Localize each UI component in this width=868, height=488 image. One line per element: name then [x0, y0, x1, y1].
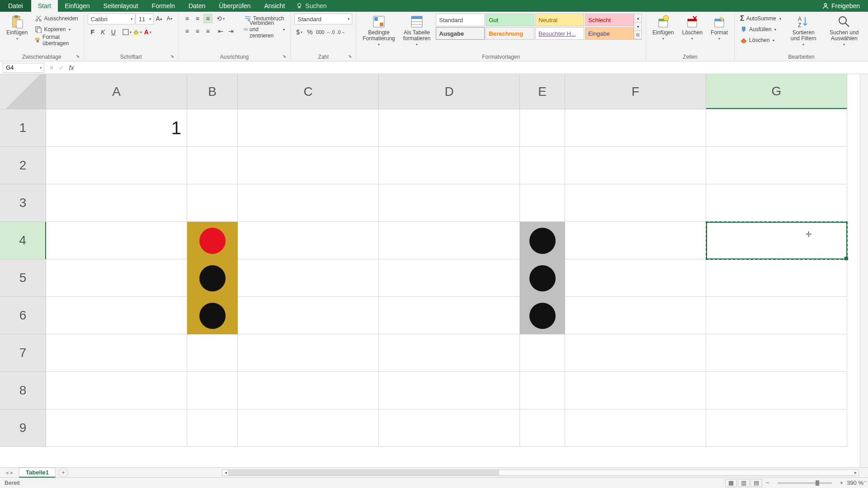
worksheet-grid[interactable]: ABCDEFG 123456789 1✛: [0, 74, 868, 467]
cell-C2[interactable]: [238, 147, 379, 184]
cell-B8[interactable]: [187, 372, 238, 409]
view-page-layout-button[interactable]: ▥: [738, 479, 750, 487]
align-right-button[interactable]: ≡: [203, 26, 213, 36]
align-top-button[interactable]: ≡: [182, 14, 192, 23]
align-center-button[interactable]: ≡: [193, 26, 203, 36]
cell-D5[interactable]: [379, 259, 520, 297]
increase-decimal-button[interactable]: ←.0: [326, 27, 335, 37]
cell-G9[interactable]: [706, 409, 847, 447]
autosum-button[interactable]: ΣAutoSumme▾: [738, 14, 783, 23]
cell-C3[interactable]: [238, 184, 379, 222]
cell-E8[interactable]: [520, 372, 565, 409]
row-header-1[interactable]: 1: [0, 109, 46, 147]
cell-C4[interactable]: [238, 222, 379, 259]
decrease-font-icon[interactable]: A▾: [165, 14, 175, 23]
cell-B3[interactable]: [187, 184, 238, 222]
style-eingabe[interactable]: Eingabe: [585, 27, 634, 40]
cell-A7[interactable]: [46, 334, 187, 372]
cell-G8[interactable]: [706, 372, 847, 409]
decrease-decimal-button[interactable]: .0→: [336, 27, 346, 37]
conditional-formatting-button[interactable]: Bedingte Formatierung▾: [360, 14, 397, 47]
fill-color-button[interactable]: [132, 27, 142, 37]
tab-review[interactable]: Überprüfen: [212, 0, 257, 12]
font-launcher-icon[interactable]: ⬊: [169, 54, 175, 60]
tab-view[interactable]: Ansicht: [257, 0, 292, 12]
comma-button[interactable]: 000: [315, 27, 325, 37]
cell-D3[interactable]: [379, 184, 520, 222]
enter-formula-icon[interactable]: ✓: [57, 64, 66, 71]
row-header-7[interactable]: 7: [0, 334, 46, 372]
cell-G3[interactable]: [706, 184, 847, 222]
horizontal-scrollbar[interactable]: ◂ ▸: [222, 469, 859, 476]
cell-F5[interactable]: [565, 259, 706, 297]
format-cells-button[interactable]: Format▾: [708, 14, 731, 42]
fill-button[interactable]: Ausfüllen▾: [738, 24, 783, 34]
cell-D7[interactable]: [379, 334, 520, 372]
cell-A6[interactable]: [46, 297, 187, 334]
tab-layout[interactable]: Seitenlayout: [97, 0, 145, 12]
cell-F4[interactable]: [565, 222, 706, 259]
cell-G2[interactable]: [706, 147, 847, 184]
name-box[interactable]: G4▾: [3, 63, 44, 73]
zoom-out-button[interactable]: −: [766, 479, 769, 486]
cell-G5[interactable]: [706, 259, 847, 297]
bold-button[interactable]: F: [88, 27, 98, 37]
cell-C8[interactable]: [238, 372, 379, 409]
cell-C1[interactable]: [238, 109, 379, 147]
col-header-C[interactable]: C: [238, 74, 379, 109]
percent-button[interactable]: %: [305, 27, 315, 37]
row-header-4[interactable]: 4: [0, 222, 46, 259]
align-middle-button[interactable]: ≡: [193, 14, 203, 23]
cell-D1[interactable]: [379, 109, 520, 147]
underline-button[interactable]: U: [108, 27, 118, 37]
col-header-F[interactable]: F: [565, 74, 706, 109]
fx-icon[interactable]: fx: [67, 64, 76, 71]
merge-center-button[interactable]: Verbinden und zentrieren▾: [242, 24, 287, 34]
cell-A3[interactable]: [46, 184, 187, 222]
style-standard[interactable]: Standard: [436, 14, 485, 26]
tell-me-search[interactable]: Suchen: [292, 0, 331, 12]
cell-F7[interactable]: [565, 334, 706, 372]
cell-A8[interactable]: [46, 372, 187, 409]
font-size-combo[interactable]: 11▾: [136, 14, 154, 24]
cell-A5[interactable]: [46, 259, 187, 297]
cell-A9[interactable]: [46, 409, 187, 447]
cell-F6[interactable]: [565, 297, 706, 334]
collapse-ribbon-icon[interactable]: ˆ: [864, 481, 866, 487]
select-all-corner[interactable]: [0, 74, 46, 109]
zoom-slider[interactable]: [778, 482, 832, 484]
cell-G1[interactable]: [706, 109, 847, 147]
cell-F8[interactable]: [565, 372, 706, 409]
cell-F9[interactable]: [565, 409, 706, 447]
format-painter-button[interactable]: Format übertragen: [33, 35, 80, 45]
cell-D2[interactable]: [379, 147, 520, 184]
cell-B1[interactable]: [187, 109, 238, 147]
cell-F1[interactable]: [565, 109, 706, 147]
cell-E7[interactable]: [520, 334, 565, 372]
insert-cells-button[interactable]: Einfügen▾: [650, 14, 676, 42]
row-header-8[interactable]: 8: [0, 372, 46, 409]
vertical-scrollbar[interactable]: [860, 74, 868, 467]
cell-D6[interactable]: [379, 297, 520, 334]
style-ausgabe[interactable]: Ausgabe: [436, 27, 485, 40]
cell-C7[interactable]: [238, 334, 379, 372]
orientation-button[interactable]: ⟲: [216, 14, 226, 23]
cell-E9[interactable]: [520, 409, 565, 447]
col-header-A[interactable]: A: [46, 74, 187, 109]
cell-B9[interactable]: [187, 409, 238, 447]
row-header-6[interactable]: 6: [0, 297, 46, 334]
tab-data[interactable]: Daten: [182, 0, 212, 12]
italic-button[interactable]: K: [98, 27, 108, 37]
col-header-B[interactable]: B: [187, 74, 238, 109]
number-launcher-icon[interactable]: ⬊: [347, 54, 353, 60]
cell-D9[interactable]: [379, 409, 520, 447]
cell-B2[interactable]: [187, 147, 238, 184]
increase-indent-button[interactable]: ⇥: [226, 26, 236, 36]
align-left-button[interactable]: ≡: [182, 26, 192, 36]
copy-button[interactable]: Kopieren▾: [33, 24, 80, 34]
style-gut[interactable]: Gut: [486, 14, 534, 26]
cell-A4[interactable]: [46, 222, 187, 259]
style-berechnung[interactable]: Berechnung: [486, 27, 534, 40]
cell-E3[interactable]: [520, 184, 565, 222]
sheet-tab-1[interactable]: Tabelle1: [19, 468, 56, 478]
